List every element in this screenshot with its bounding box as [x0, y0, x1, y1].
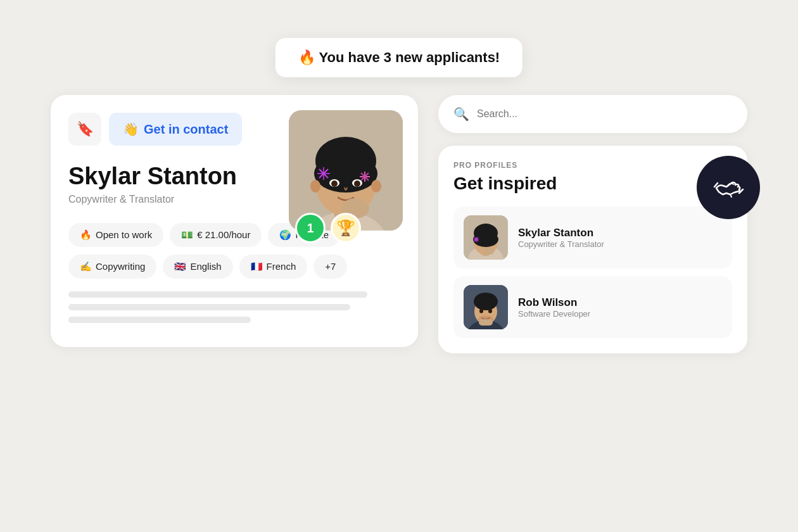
tag-french: 🇫🇷 French: [239, 255, 308, 279]
svg-point-38: [479, 309, 483, 314]
mini-info-rob: Rob Wilson Software Developer: [518, 296, 590, 319]
skeleton-line-2: [68, 304, 350, 310]
get-inspired-heading: Get inspired: [453, 174, 732, 194]
svg-point-33: [483, 247, 495, 255]
tag-rate: 💵 € 21.00/hour: [170, 223, 262, 247]
profile-photo-area: 1 🏆: [289, 110, 403, 231]
fr-flag-icon: 🇫🇷: [251, 261, 263, 272]
notification-banner: 🔥 You have 3 new applicants!: [276, 38, 522, 77]
bookmark-button[interactable]: 🔖: [68, 113, 101, 146]
profile-card: 1 🏆 🔖 👋 Get in contact Skylar Stanton Co…: [51, 95, 418, 347]
right-panel: 🔍 PRO PROFILES Get inspired: [438, 95, 747, 353]
notification-text: You have 3 new applicants!: [319, 49, 500, 65]
tag-copywriting: ✍️ Copywriting: [68, 255, 156, 279]
mini-name-skylar: Skylar Stanton: [518, 227, 604, 239]
svg-point-37: [474, 293, 498, 310]
search-input[interactable]: [477, 108, 732, 120]
money-icon: 💵: [181, 229, 193, 241]
svg-point-11: [354, 180, 360, 187]
tag-english: 🇬🇧 English: [163, 255, 232, 279]
uk-flag-icon: 🇬🇧: [174, 261, 186, 272]
contact-button[interactable]: 👋 Get in contact: [109, 113, 242, 146]
list-item-rob[interactable]: Rob Wilson Software Developer: [453, 276, 732, 338]
mini-title-skylar: Copywriter & Translator: [518, 239, 604, 249]
bookmark-icon: 🔖: [77, 121, 94, 137]
pencil-icon: ✍️: [80, 261, 92, 272]
svg-rect-41: [479, 319, 493, 326]
tag-more: +7: [314, 255, 347, 279]
notification-emoji: 🔥: [298, 49, 315, 65]
badges-row: 1 🏆: [295, 213, 361, 243]
mini-title-rob: Software Developer: [518, 309, 590, 319]
scene: 🔥 You have 3 new applicants!: [51, 38, 747, 494]
mini-avatar-rob: [464, 285, 508, 329]
wave-icon: 👋: [123, 122, 139, 137]
contact-label: Get in contact: [144, 122, 228, 137]
svg-point-6: [310, 180, 320, 193]
badge-number-1: 1: [295, 213, 326, 243]
handshake-icon: [711, 170, 746, 205]
globe-icon: 🌍: [279, 229, 291, 241]
svg-point-39: [488, 309, 492, 314]
fire-icon: 🔥: [80, 229, 92, 241]
tags-row-2: ✍️ Copywriting 🇬🇧 English 🇫🇷 French +7: [68, 255, 400, 279]
svg-point-10: [331, 180, 338, 187]
pro-profiles-card: PRO PROFILES Get inspired: [438, 146, 747, 353]
search-icon: 🔍: [453, 106, 469, 122]
svg-point-7: [371, 180, 381, 193]
mini-name-rob: Rob Wilson: [518, 296, 590, 309]
skeleton-line-3: [68, 317, 251, 323]
handshake-circle: [697, 156, 760, 219]
skeleton-area: [68, 291, 400, 323]
svg-point-28: [488, 239, 492, 244]
svg-point-27: [479, 239, 483, 244]
mini-avatar-skylar: [464, 215, 508, 260]
skeleton-line-1: [68, 291, 367, 298]
badge-trophy: 🏆: [331, 213, 361, 243]
list-item-skylar[interactable]: Skylar Stanton Copywriter & Translator: [453, 206, 732, 269]
search-bar[interactable]: 🔍: [438, 95, 747, 133]
tag-open-to-work: 🔥 Open to work: [68, 223, 163, 247]
pro-profiles-label: PRO PROFILES: [453, 161, 732, 170]
mini-info-skylar: Skylar Stanton Copywriter & Translator: [518, 227, 604, 249]
